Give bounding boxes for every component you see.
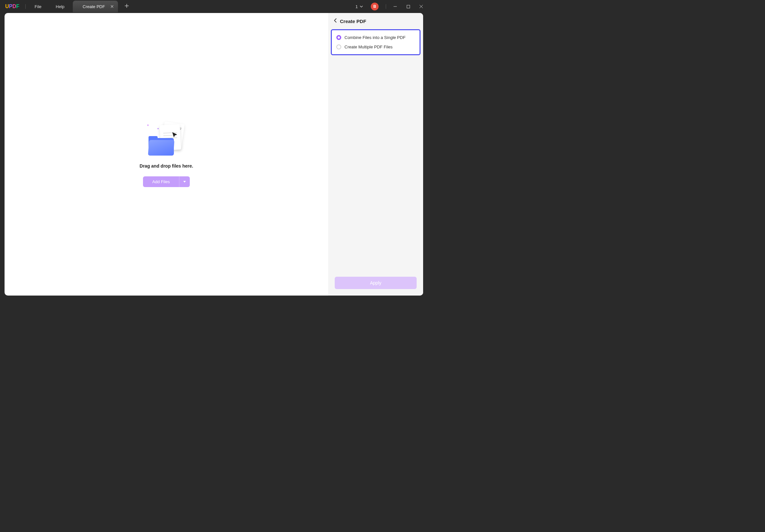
cursor-icon <box>172 132 178 139</box>
logo-letter: P <box>9 4 13 9</box>
sidebar-header: Create PDF <box>328 13 423 29</box>
chevron-down-icon <box>360 6 363 7</box>
maximize-button[interactable] <box>402 0 415 13</box>
close-icon[interactable]: ✕ <box>110 4 114 9</box>
drop-instruction: Drag and drop files here. <box>140 163 193 168</box>
add-files-dropdown[interactable] <box>179 176 190 187</box>
sparkle-icon: ✦ <box>147 124 149 127</box>
option-combine-single[interactable]: Combine Files into a Single PDF <box>335 33 416 42</box>
radio-icon <box>336 45 341 49</box>
separator <box>386 4 386 9</box>
add-files-label: Add Files <box>143 176 179 187</box>
tab-label: Create PDF <box>83 4 105 9</box>
folder-illustration: ✦ ✦ Aa <box>145 122 188 159</box>
folder-icon <box>148 140 174 155</box>
sidebar-title: Create PDF <box>340 19 366 24</box>
plus-icon <box>125 4 129 8</box>
app-logo: UPDF <box>0 4 25 9</box>
drop-zone[interactable]: ✦ ✦ Aa Drag and drop files here. Add Fil… <box>5 13 328 296</box>
sidebar: Create PDF Combine Files into a Single P… <box>328 13 423 296</box>
back-button[interactable] <box>334 18 337 24</box>
option-label: Combine Files into a Single PDF <box>345 35 405 40</box>
workspace: ✦ ✦ Aa Drag and drop files here. Add Fil… <box>5 13 423 296</box>
user-avatar[interactable]: B <box>371 3 379 10</box>
titlebar-right: 1 B <box>352 0 428 13</box>
minimize-button[interactable] <box>389 0 402 13</box>
option-label: Create Multiple PDF Files <box>345 45 392 49</box>
separator <box>25 4 26 9</box>
menu-file[interactable]: File <box>28 4 49 9</box>
tab-count-dropdown[interactable]: 1 <box>352 4 366 9</box>
svg-rect-0 <box>407 5 410 8</box>
tab-create-pdf[interactable]: Create PDF ✕ <box>73 1 118 12</box>
tab-count-value: 1 <box>356 4 358 9</box>
new-tab-button[interactable] <box>122 2 132 11</box>
sparkle-icon: ✦ <box>157 127 159 130</box>
chevron-left-icon <box>334 18 337 23</box>
option-create-multiple[interactable]: Create Multiple PDF Files <box>335 42 416 52</box>
close-window-button[interactable] <box>415 0 428 13</box>
add-files-button[interactable]: Add Files <box>143 176 190 187</box>
logo-letter: U <box>5 4 9 9</box>
apply-button[interactable]: Apply <box>335 277 416 289</box>
logo-letter: F <box>16 4 20 9</box>
close-icon <box>419 5 423 8</box>
minimize-icon <box>393 5 397 8</box>
logo-letter: D <box>12 4 16 9</box>
menu-help[interactable]: Help <box>49 4 72 9</box>
spacer <box>328 55 423 277</box>
titlebar: UPDF File Help Create PDF ✕ 1 B <box>0 0 428 13</box>
create-mode-options: Combine Files into a Single PDF Create M… <box>331 29 420 55</box>
radio-icon <box>336 35 341 40</box>
avatar-initial: B <box>374 4 376 9</box>
maximize-icon <box>406 5 410 8</box>
caret-down-icon <box>183 181 186 183</box>
